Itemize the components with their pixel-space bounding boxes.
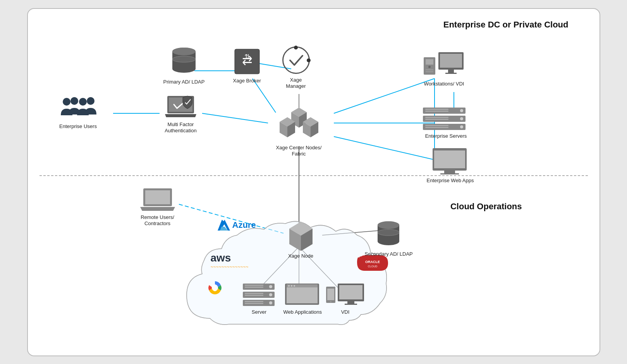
svg-point-83 bbox=[378, 229, 399, 236]
svg-point-30 bbox=[283, 47, 309, 73]
svg-point-84 bbox=[378, 221, 399, 229]
xage-manager-icon bbox=[282, 46, 311, 75]
svg-point-25 bbox=[172, 56, 196, 62]
svg-point-82 bbox=[378, 238, 399, 245]
svg-point-109 bbox=[330, 301, 332, 302]
svg-point-20 bbox=[79, 98, 87, 106]
svg-point-86 bbox=[269, 285, 272, 288]
remote-users-label: Remote Users/ Contractors bbox=[132, 214, 183, 227]
enterprise-web-apps-icon-box: Enterprise Web Apps bbox=[427, 148, 474, 184]
enterprise-web-apps-icon bbox=[433, 148, 467, 175]
section-divider bbox=[40, 175, 588, 176]
svg-point-26 bbox=[172, 48, 196, 55]
enterprise-servers-label: Enterprise Servers bbox=[425, 133, 467, 140]
svg-point-94 bbox=[269, 301, 272, 304]
svg-point-100 bbox=[288, 285, 290, 287]
xage-broker-label: Xage Broker bbox=[233, 78, 261, 84]
secondary-ad-label: Secondary AD/ LDAP bbox=[365, 251, 413, 258]
svg-point-102 bbox=[294, 285, 295, 287]
enterprise-users-icon-box: Enterprise Users bbox=[59, 94, 98, 130]
svg-rect-104 bbox=[339, 285, 362, 299]
primary-ad-label: Primary AD/ LDAP bbox=[163, 79, 205, 85]
xage-manager-label: Xage Manager bbox=[286, 77, 306, 90]
workstations-icon bbox=[423, 51, 466, 79]
xage-broker-icon-box: ⇄ ⇅ Xage Broker bbox=[233, 48, 261, 84]
xage-node-icon-box: Xage Node bbox=[283, 220, 318, 260]
svg-point-50 bbox=[428, 66, 431, 68]
primary-ad-icon bbox=[170, 46, 198, 77]
svg-rect-106 bbox=[345, 304, 357, 305]
remote-users-icon-box: Remote Users/ Contractors bbox=[132, 187, 183, 227]
svg-text:ORACLE: ORACLE bbox=[365, 260, 380, 264]
aws-logo-box: aws ~~~~~~~~~~~~~~ bbox=[211, 252, 249, 270]
svg-rect-91 bbox=[245, 293, 263, 294]
svg-point-62 bbox=[460, 125, 463, 128]
svg-rect-67 bbox=[444, 171, 455, 173]
remote-users-icon bbox=[140, 187, 175, 212]
web-applications-icon bbox=[285, 284, 320, 307]
web-applications-icon-box: Web Applications bbox=[283, 284, 322, 316]
svg-point-101 bbox=[291, 285, 292, 287]
azure-logo-box: Azure bbox=[218, 220, 256, 231]
aws-tagline: ~~~~~~~~~~~~~~ bbox=[211, 264, 249, 270]
vdi-icon bbox=[326, 284, 365, 307]
xage-node-icon bbox=[283, 220, 318, 251]
svg-text:CLOUD: CLOUD bbox=[368, 265, 377, 268]
xage-center-icon bbox=[274, 96, 324, 142]
svg-line-1 bbox=[202, 113, 268, 123]
svg-rect-92 bbox=[245, 295, 263, 296]
svg-rect-108 bbox=[327, 289, 334, 300]
azure-text: Azure bbox=[232, 220, 256, 230]
svg-point-18 bbox=[63, 98, 70, 106]
svg-rect-68 bbox=[440, 173, 459, 174]
svg-point-54 bbox=[460, 109, 463, 112]
svg-point-58 bbox=[460, 117, 463, 120]
workstations-icon-box: Workstations/ VDI bbox=[423, 51, 466, 87]
svg-rect-49 bbox=[426, 59, 433, 65]
svg-point-21 bbox=[87, 97, 94, 105]
svg-rect-105 bbox=[347, 301, 354, 304]
svg-line-8 bbox=[334, 137, 435, 160]
web-applications-label: Web Applications bbox=[283, 309, 322, 316]
svg-rect-47 bbox=[445, 73, 457, 74]
secondary-ad-icon bbox=[376, 220, 401, 249]
svg-point-31 bbox=[294, 46, 298, 50]
enterprise-section-label: Enterprise DC or Private Cloud bbox=[443, 20, 569, 30]
mfa-icon bbox=[164, 94, 197, 119]
aws-text: aws bbox=[211, 252, 249, 264]
google-cloud-logo-box bbox=[207, 280, 223, 296]
svg-rect-64 bbox=[425, 127, 448, 128]
server-icon-box: Server bbox=[243, 284, 276, 316]
vdi-label: VDI bbox=[341, 309, 350, 316]
svg-rect-51 bbox=[426, 69, 433, 70]
primary-ad-icon-box: Primary AD/ LDAP bbox=[163, 46, 205, 85]
svg-rect-96 bbox=[245, 303, 263, 304]
svg-rect-60 bbox=[425, 119, 448, 120]
svg-rect-52 bbox=[426, 71, 433, 72]
xage-broker-icon: ⇄ ⇅ bbox=[233, 48, 261, 75]
svg-rect-56 bbox=[425, 111, 448, 112]
svg-rect-70 bbox=[145, 190, 170, 204]
svg-point-32 bbox=[307, 58, 311, 62]
xage-center-label: Xage Center Nodes/ Fabric bbox=[276, 145, 322, 158]
svg-point-74 bbox=[212, 285, 218, 291]
enterprise-users-label: Enterprise Users bbox=[59, 123, 97, 130]
azure-icon bbox=[218, 220, 230, 231]
secondary-ad-icon-box: Secondary AD/ LDAP bbox=[365, 220, 413, 258]
svg-rect-87 bbox=[245, 285, 263, 286]
svg-point-24 bbox=[172, 65, 196, 73]
svg-rect-98 bbox=[287, 287, 318, 303]
xage-center-icon-box: Xage Center Nodes/ Fabric bbox=[274, 96, 324, 158]
svg-rect-59 bbox=[425, 117, 448, 118]
svg-line-6 bbox=[334, 79, 435, 113]
enterprise-servers-icon bbox=[423, 108, 469, 131]
mfa-icon-box: Multi Factor Authentication bbox=[156, 94, 206, 135]
svg-rect-88 bbox=[245, 287, 263, 288]
enterprise-web-apps-label: Enterprise Web Apps bbox=[427, 178, 474, 184]
svg-rect-66 bbox=[434, 150, 465, 168]
svg-point-90 bbox=[269, 293, 272, 296]
svg-text:⇅: ⇅ bbox=[244, 53, 250, 61]
svg-rect-46 bbox=[448, 70, 454, 73]
vdi-icon-box: VDI bbox=[326, 284, 365, 316]
svg-rect-63 bbox=[425, 125, 448, 126]
